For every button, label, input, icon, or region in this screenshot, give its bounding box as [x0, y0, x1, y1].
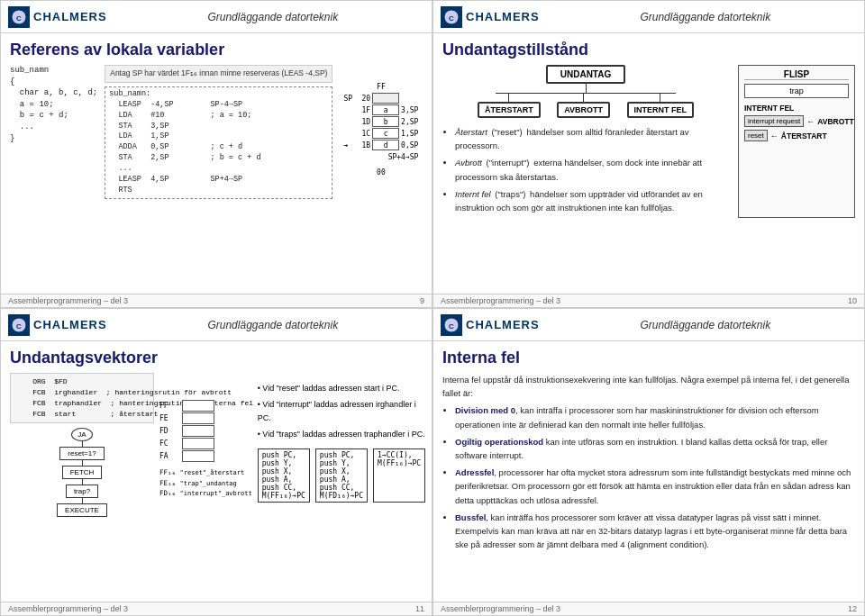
slide-title-4: Interna fel	[442, 349, 855, 367]
footer-left-3: Assemblerprogrammering – del 3	[8, 604, 128, 613]
exc-bullets: Återstart ("reset") händelser som alltid…	[442, 125, 729, 214]
panel-4-footer: Assemblerprogrammering – del 3 12	[433, 602, 864, 615]
p3-bullet-0: • Vid "reset" laddas adressen start i PC…	[258, 382, 426, 394]
slide-title-2: Undantagstillstånd	[442, 41, 855, 59]
chalmers-logo-3: C	[8, 314, 30, 336]
header-title-1: Grundläggande datorteknik	[122, 11, 424, 23]
flow-start: JA	[71, 428, 92, 441]
flisp-diagram: FLISP trap INTERNT FEL interrupt request…	[738, 65, 855, 218]
sp-note-1: Antag SP har värdet 1F₁₆ innan minne res…	[105, 65, 332, 83]
p4-intro: Interna fel uppstår då instruktionsexekv…	[442, 373, 855, 400]
logo-1: C CHALMERS	[8, 6, 107, 28]
svg-text:C: C	[16, 14, 22, 23]
flow-chart: JA reset=1? FETCH trap? EXECUTE	[10, 428, 154, 517]
slide-title-1: Referens av lokala variabler	[10, 41, 423, 59]
flow-execute: EXECUTE	[57, 503, 107, 517]
footer-left-2: Assemblerprogrammering – del 3	[441, 296, 560, 305]
panel-1: C CHALMERS Grundläggande datorteknik Ref…	[0, 0, 432, 308]
chalmers-logo-2: C	[441, 6, 462, 28]
panel3-bullets: • Vid "reset" laddas adressen start i PC…	[258, 373, 426, 517]
exc-bullet-2: Internt fel ("traps") händelser som uppt…	[455, 187, 729, 214]
exec-label3: 1→CC(I),M(FF₁₆)→PC	[373, 448, 425, 503]
header-title-4: Grundläggande datorteknik	[554, 319, 857, 331]
panel-2-header: C CHALMERS Grundläggande datorteknik	[433, 1, 864, 33]
exc-item-1: AVBROTT	[557, 102, 610, 118]
logo-3: C CHALMERS	[8, 314, 107, 336]
logo-text-4: CHALMERS	[466, 318, 540, 331]
slide-title-3: Undantagsvektorer	[10, 349, 423, 367]
panel-1-content: Referens av lokala variabler sub_namn { …	[1, 33, 432, 294]
p4-bullet-3: Bussfel, kan inträffa hos processorer so…	[455, 511, 855, 552]
panel-3: C CHALMERS Grundläggande datorteknik Und…	[0, 308, 432, 616]
panel-4-body: Interna fel uppstår då instruktionsexekv…	[442, 373, 855, 551]
panel-1-footer: Assemblerprogrammering – del 3 9	[1, 294, 432, 307]
asm-block-1: sub_namn: LEASP -4,SP SP-4→SP LDA #10 ; …	[105, 86, 332, 199]
chalmers-logo-4: C	[441, 314, 462, 336]
exec-label2: push PC,push Y,push X,push A,push CC,M(F…	[315, 448, 368, 503]
svg-text:C: C	[449, 14, 454, 23]
exc-bullet-1: Avbrott ("interrupt") externa händelser,…	[455, 156, 729, 183]
logo-2: C CHALMERS	[441, 6, 540, 28]
code-block-1: sub_namn { char a, b, c, d; a = 10; b = …	[10, 65, 97, 144]
exc-bullet-0: Återstart ("reset") händelser som alltid…	[455, 125, 729, 152]
flisp-title: FLISP	[744, 69, 849, 80]
panel-3-content: Undantagsvektorer ORG $FD FCB irghandler…	[1, 341, 432, 602]
flisp-int-box: interrupt request	[744, 115, 804, 127]
flisp-trap-box: trap	[744, 84, 849, 98]
panel-1-header: C CHALMERS Grundläggande datorteknik	[1, 1, 432, 33]
p4-bullet-2: Adressfel, processorer har ofta mycket s…	[455, 466, 855, 507]
footer-right-3: 11	[415, 604, 424, 613]
footer-right-4: 12	[848, 604, 857, 613]
flisp-reset-label: ÅTERSTART	[781, 131, 827, 140]
header-title-3: Grundläggande datorteknik	[122, 319, 424, 331]
footer-right-2: 10	[848, 296, 857, 305]
p4-bullet-1: Ogiltig operationskod kan inte utföras s…	[455, 435, 855, 462]
logo-text-2: CHALMERS	[466, 10, 540, 23]
flow-diagram-area: ORG $FD FCB irghandler ; hanteringsrutin…	[10, 373, 154, 517]
exec-label: push PC,push Y,push X,push A,push CC,M(F…	[258, 448, 310, 503]
p4-bullets: Division med 0, kan inträffa i processor…	[442, 403, 855, 551]
footer-left-1: Assemblerprogrammering – del 3	[8, 296, 128, 305]
header-title-2: Grundläggande datorteknik	[554, 11, 857, 23]
chalmers-logo-1: C	[8, 6, 30, 28]
panel-3-header: C CHALMERS Grundläggande datorteknik	[1, 309, 432, 341]
execute-area: push PC,push Y,push X,push A,push CC,M(F…	[258, 448, 426, 503]
panel-4-content: Interna fel Interna fel uppstår då instr…	[433, 341, 864, 602]
flisp-reset-box: reset	[744, 130, 768, 141]
flisp-irq-label: AVBROTT	[817, 117, 853, 126]
flow-fetch: FETCH	[62, 466, 103, 479]
footer-left-4: Assemblerprogrammering – del 3	[441, 604, 560, 613]
panel-2-content: Undantagstillstånd UNDANTAG ÅTERSTART	[433, 33, 864, 294]
main-grid: C CHALMERS Grundläggande datorteknik Ref…	[0, 0, 865, 616]
svg-text:C: C	[449, 322, 454, 331]
p3-bullet-1: • Vid "interrupt" laddas adressen irghan…	[258, 398, 426, 424]
exc-top-box: UNDANTAG	[546, 65, 625, 84]
panel-4-header: C CHALMERS Grundläggande datorteknik	[433, 309, 864, 341]
panel-3-footer: Assemblerprogrammering – del 3 11	[1, 602, 432, 615]
flisp-int-label: INTERNT FEL	[744, 104, 849, 113]
panel-2: C CHALMERS Grundläggande datorteknik Und…	[432, 0, 865, 308]
panel-4: C CHALMERS Grundläggande datorteknik Int…	[432, 308, 865, 616]
p4-bullet-0: Division med 0, kan inträffa i processor…	[455, 403, 855, 430]
logo-4: C CHALMERS	[441, 314, 540, 336]
logo-text-3: CHALMERS	[33, 318, 107, 331]
vector-table-area: FF FE FD FC	[159, 373, 252, 517]
svg-text:C: C	[16, 322, 22, 331]
footer-right-1: 9	[420, 296, 424, 305]
panel-2-footer: Assemblerprogrammering – del 3 10	[433, 294, 864, 307]
exc-item-0: ÅTERSTART	[478, 102, 541, 118]
p3-bullet-2: • Vid "traps" laddas adressen traphandle…	[258, 428, 426, 440]
logo-text-1: CHALMERS	[33, 10, 107, 23]
exc-item-2: INTERNT FEL	[627, 102, 695, 118]
org-fcb-code: ORG $FD FCB irghandler ; hanteringsrutin…	[10, 373, 154, 423]
